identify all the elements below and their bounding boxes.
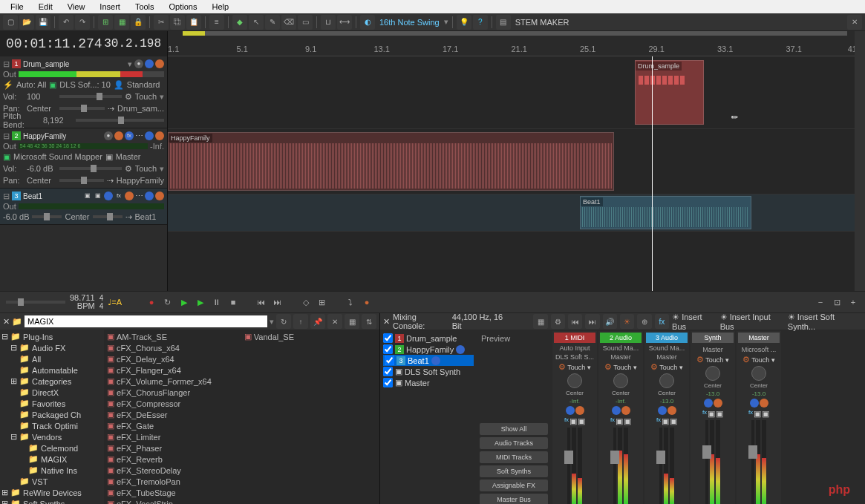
track-checkbox[interactable] (383, 333, 393, 343)
list-item[interactable]: Vandal_SE (254, 333, 294, 341)
insert-bus-button[interactable]: ☀ Insert Bus (672, 312, 717, 331)
master-label[interactable]: Master (116, 152, 141, 161)
new-icon[interactable]: ▢ (3, 15, 18, 30)
solo-icon[interactable] (760, 399, 768, 408)
close-icon[interactable]: ✕ (847, 15, 862, 30)
tree-item[interactable]: Favorites (32, 399, 65, 408)
filter-show-all[interactable]: Show All (480, 423, 548, 435)
more-icon[interactable]: ⋯ (135, 131, 143, 141)
touch-label[interactable]: Touch (135, 164, 157, 173)
close-icon[interactable]: ✕ (3, 317, 10, 327)
pan-slider[interactable] (59, 179, 104, 182)
track-checkbox[interactable] (383, 344, 393, 354)
mute2-icon[interactable] (145, 192, 154, 200)
next-button[interactable]: ⏭ (272, 296, 284, 308)
metronome-icon[interactable]: ♩=A (108, 298, 122, 307)
pause-button[interactable]: ⏸ (211, 296, 223, 308)
dim-icon[interactable]: ☀ (620, 314, 634, 329)
channel-io[interactable]: Sound Ma... (649, 344, 685, 352)
tree-item[interactable]: Automatable (32, 366, 78, 375)
dest-label[interactable]: Beat1 (135, 212, 157, 221)
vol-slider[interactable] (59, 95, 122, 98)
channel-fader[interactable] (692, 420, 734, 504)
mixer-channel[interactable]: 3 Audio Sound Ma... Master ⚙Touch ▾ Cent… (644, 331, 689, 504)
solo-icon[interactable] (714, 399, 722, 408)
play-button[interactable]: ▶ (178, 296, 190, 308)
solo-icon[interactable] (155, 59, 164, 68)
vol-slider[interactable] (32, 215, 62, 218)
zoom-in-icon[interactable]: + (847, 296, 859, 308)
redo-icon[interactable]: ↷ (75, 15, 90, 30)
list-item[interactable]: cFX_Chorus_x64 (117, 344, 180, 353)
track-checkbox[interactable] (383, 378, 393, 387)
mute-icon[interactable] (431, 356, 440, 365)
pan-dest[interactable]: Drum_sam... (117, 104, 164, 113)
play-start-button[interactable]: ▶ (195, 296, 206, 308)
paste-icon[interactable]: 📋 (186, 15, 201, 30)
tree-item[interactable]: DirectX (32, 388, 59, 397)
cut-icon[interactable]: ✂ (154, 15, 169, 30)
fx-icon[interactable]: fx (125, 131, 134, 140)
master-icon[interactable]: ▣ (105, 152, 113, 162)
tree-item[interactable]: Plug-Ins (23, 333, 53, 341)
send-icon[interactable]: ▣ (662, 416, 669, 426)
send2-icon[interactable]: ▣ (670, 416, 677, 426)
tree-item[interactable]: All (32, 355, 41, 364)
solo-icon[interactable] (155, 131, 164, 140)
channel-touch[interactable]: ⚙Touch ▾ (558, 362, 591, 372)
menu-help[interactable]: Help (204, 2, 236, 11)
tree-item[interactable]: Celemond (41, 444, 78, 453)
arm-icon[interactable] (114, 131, 123, 140)
time-sig[interactable]: 4 4 (99, 294, 104, 310)
tree-item[interactable]: Soft Synths (23, 500, 65, 505)
menu-options[interactable]: Options (162, 2, 205, 11)
prev-icon[interactable]: ⏮ (568, 314, 582, 329)
solo-icon[interactable] (575, 406, 584, 415)
filter-fx[interactable]: Assignable FX (480, 480, 548, 491)
stem-icon[interactable]: ▤ (496, 15, 511, 30)
refresh-icon[interactable]: ↻ (276, 314, 291, 329)
sort-icon[interactable]: ⇅ (362, 314, 376, 329)
mute-icon[interactable] (612, 406, 621, 415)
list-item[interactable]: cFX_Volume_Former_x64 (117, 377, 212, 386)
channel-route[interactable]: Microsoft ... (742, 346, 777, 353)
track-3[interactable]: ⊟ 3 Beat1 ▣ ▣ fx ⋯ Out -6.0 d (0, 189, 167, 225)
record-icon[interactable]: ● (134, 59, 143, 68)
track-name[interactable]: HappyFamily (23, 132, 102, 140)
opt4-icon[interactable]: ● (361, 296, 373, 308)
gear-icon[interactable]: ⚙ (125, 92, 132, 102)
folder-tree[interactable]: ⊟📁Plug-Ins ⊟📁Audio FX 📁All 📁Automatable … (0, 330, 104, 504)
list-item[interactable]: eFX_Compressor (117, 399, 180, 408)
draw-icon[interactable]: ✎ (265, 15, 280, 30)
mixer-channel[interactable]: 2 Audio Sound Ma... Master ⚙Touch ▾ Cent… (598, 331, 643, 504)
tree-item[interactable]: Vendors (32, 433, 62, 442)
tree-item[interactable]: ReWire Devices (23, 488, 82, 497)
tempo-slider[interactable] (6, 301, 65, 304)
fx-icon[interactable]: fx (702, 409, 707, 419)
channel-fader[interactable] (600, 428, 642, 504)
opt1-icon[interactable]: ◇ (300, 296, 312, 308)
tree-item[interactable]: Categories (32, 377, 71, 386)
timeline-scrollbar[interactable] (855, 31, 865, 291)
mute-icon[interactable] (145, 131, 154, 140)
fx-icon[interactable]: fx (655, 314, 669, 329)
expand-icon[interactable]: ⊟ (3, 59, 10, 69)
clip-drum[interactable]: Drum_sample (635, 60, 704, 125)
align-icon[interactable]: ≡ (209, 15, 224, 30)
fx-icon[interactable]: fx (114, 192, 123, 200)
ruler[interactable]: 1.1 5.1 9.1 13.1 17.1 21.1 25.1 29.1 33.… (168, 31, 855, 56)
list-item[interactable]: eFX_DeEsser (117, 410, 167, 419)
list-item[interactable]: eFX_VocalStrip (117, 500, 173, 505)
list-item[interactable]: eFX_Limiter (117, 433, 160, 442)
playhead[interactable] (652, 56, 653, 291)
pin-icon[interactable]: 📌 (310, 314, 325, 329)
auto-icon[interactable]: ⚡ (3, 80, 13, 90)
lane-3[interactable]: Beat1 (168, 194, 855, 232)
lane-1[interactable]: Drum_sample (168, 56, 855, 129)
channel-fader[interactable] (738, 420, 780, 504)
list-item[interactable]: eFX_Gate (117, 422, 154, 431)
mix-item[interactable]: Drum_sample (406, 334, 457, 343)
del-icon[interactable]: ✕ (327, 314, 342, 329)
pan-knob[interactable] (659, 373, 674, 388)
marker-icon[interactable]: ◆ (232, 15, 247, 30)
